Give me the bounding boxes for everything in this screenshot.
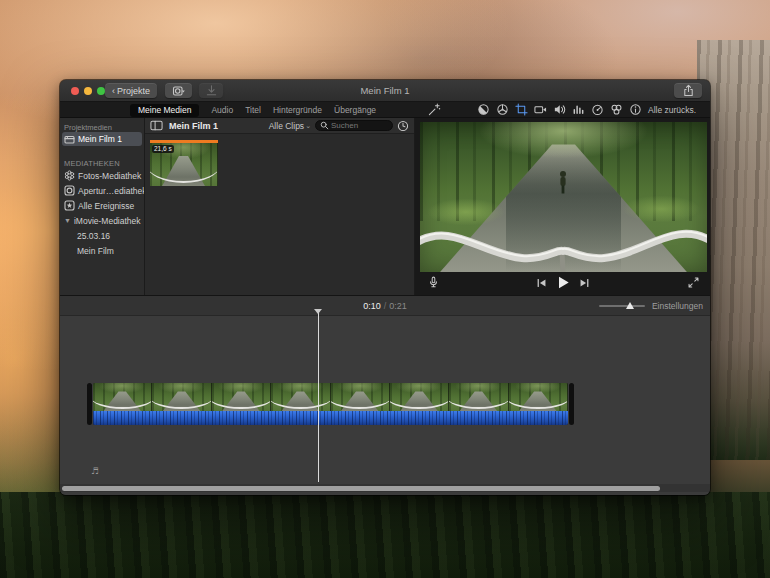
imovie-window: Mein Film 1 ‹ Projekte Meine Medien Audi… xyxy=(60,80,710,495)
sidebar-item-all-events[interactable]: Alle Ereignisse xyxy=(60,198,144,213)
clips-filter-dropdown[interactable]: Alle Clips ⌄ xyxy=(269,121,311,131)
title-bar[interactable]: Mein Film 1 ‹ Projekte xyxy=(60,80,710,102)
minimize-button[interactable] xyxy=(84,87,92,95)
sidebar-item-label: 25.03.16 xyxy=(77,231,110,241)
video-preview[interactable] xyxy=(420,122,707,272)
browser-controls: Alle Clips ⌄ xyxy=(269,120,409,132)
timeline[interactable]: ♬ xyxy=(60,316,710,495)
color-correction-icon[interactable] xyxy=(496,103,509,116)
settings-button[interactable]: Einstellungen xyxy=(652,301,703,311)
libraries-sidebar: Projektmedien Mein Film 1 MEDIATHEKEN Fo… xyxy=(60,118,145,295)
speed-icon[interactable] xyxy=(591,103,604,116)
color-balance-icon[interactable] xyxy=(477,103,490,116)
media-tabs: Meine Medien Audio Titel Hintergründe Üb… xyxy=(130,102,376,118)
share-button[interactable] xyxy=(674,83,702,98)
tab-hintergruende[interactable]: Hintergründe xyxy=(273,105,322,115)
info-icon[interactable] xyxy=(629,103,642,116)
playhead[interactable] xyxy=(318,310,319,482)
viewer-adjust-toolbar xyxy=(477,103,642,116)
import-media-button[interactable] xyxy=(165,83,192,98)
enhance-wand-icon[interactable] xyxy=(428,103,441,116)
clip-filter-icon[interactable] xyxy=(610,103,623,116)
tab-audio[interactable]: Audio xyxy=(211,105,233,115)
search-input[interactable] xyxy=(331,121,388,130)
clip-browser: Mein Film 1 Alle Clips ⌄ xyxy=(145,118,415,295)
disclosure-triangle-icon[interactable]: ▼ xyxy=(64,217,71,224)
search-icon xyxy=(320,121,329,130)
back-chevron-icon: ‹ xyxy=(112,86,115,96)
reset-all-button[interactable]: Alle zurücks. xyxy=(648,102,696,118)
sidebar-item-aperture[interactable]: Apertur…ediathek xyxy=(60,183,144,198)
import-media-icon xyxy=(172,84,186,98)
transport-controls xyxy=(535,275,590,290)
browser-title: Mein Film 1 xyxy=(169,121,218,131)
tab-meine-medien[interactable]: Meine Medien xyxy=(130,104,199,117)
zoom-slider-thumb[interactable] xyxy=(626,302,634,309)
timeline-toolbar-right: Einstellungen xyxy=(599,296,703,315)
zoom-slider[interactable] xyxy=(599,301,645,311)
crop-icon[interactable] xyxy=(515,103,528,116)
filmstrip-frame xyxy=(331,383,390,411)
upper-panes: Projektmedien Mein Film 1 MEDIATHEKEN Fo… xyxy=(60,118,710,296)
voiceover-mic-icon[interactable] xyxy=(427,276,440,289)
sidebar-item-event-date[interactable]: 25.03.16 xyxy=(60,228,144,243)
import-arrow-icon xyxy=(205,84,218,97)
sidebar-item-imovie-library[interactable]: ▼ iMovie-Mediathek xyxy=(60,213,144,228)
filmstrip-frame xyxy=(152,383,211,411)
total-time: 0:21 xyxy=(389,301,407,311)
used-in-project-indicator xyxy=(150,140,218,143)
video-handlebar xyxy=(420,122,707,272)
skip-back-icon[interactable] xyxy=(535,277,547,289)
search-field[interactable] xyxy=(315,120,393,131)
projects-button[interactable]: ‹ Projekte xyxy=(105,83,157,98)
zoom-button[interactable] xyxy=(97,87,105,95)
tab-uebergaenge[interactable]: Übergänge xyxy=(334,105,376,115)
noise-reduction-icon[interactable] xyxy=(572,103,585,116)
sidebar-toggle-icon[interactable] xyxy=(150,119,163,132)
sidebar-item-label: Mein Film 1 xyxy=(78,134,122,144)
sidebar-item-project[interactable]: Mein Film 1 xyxy=(62,132,142,146)
filmstrip-frame xyxy=(509,383,568,411)
sidebar-item-label: Alle Ereignisse xyxy=(78,201,134,211)
fullscreen-icon[interactable] xyxy=(687,276,700,289)
sidebar-item-label: Fotos-Mediathek xyxy=(78,171,141,181)
clip-trim-handle-right[interactable] xyxy=(569,383,574,425)
search-filter-button[interactable] xyxy=(397,120,409,132)
volume-icon[interactable] xyxy=(553,103,566,116)
chevron-down-icon: ⌄ xyxy=(305,122,311,130)
star-icon xyxy=(64,200,75,211)
stabilization-icon[interactable] xyxy=(534,103,547,116)
filmstrip-frame xyxy=(390,383,449,411)
play-icon[interactable] xyxy=(555,275,570,290)
tab-titel[interactable]: Titel xyxy=(245,105,261,115)
window-title: Mein Film 1 xyxy=(60,80,710,101)
music-note-icon: ♬ xyxy=(91,466,99,476)
sidebar-item-event-film[interactable]: Mein Film xyxy=(60,243,144,258)
filmstrip-frame xyxy=(212,383,271,411)
viewer-pane xyxy=(415,118,710,295)
import-button[interactable] xyxy=(199,83,223,98)
share-icon xyxy=(682,84,695,97)
wallpaper-forest xyxy=(0,492,770,578)
browser-header: Mein Film 1 Alle Clips ⌄ xyxy=(145,118,414,134)
photos-icon xyxy=(64,170,75,181)
aperture-icon xyxy=(64,185,75,196)
clip-duration-badge: 21,6 s xyxy=(152,145,174,153)
filmstrip-frame xyxy=(93,383,152,411)
current-time: 0:10 xyxy=(363,301,381,311)
time-separator: / xyxy=(384,301,387,311)
libraries-section-header: MEDIATHEKEN xyxy=(60,158,144,168)
clips-filter-label: Alle Clips xyxy=(269,121,304,131)
audio-waveform xyxy=(93,411,568,425)
desktop: Mein Film 1 ‹ Projekte Meine Medien Audi… xyxy=(0,0,770,578)
close-button[interactable] xyxy=(71,87,79,95)
timeline-scrollbar-thumb[interactable] xyxy=(62,486,660,491)
clip-trim-handle-left[interactable] xyxy=(87,383,92,425)
timeline-toolbar: 0:10 / 0:21 Einstellungen xyxy=(60,296,710,316)
timeline-clip[interactable] xyxy=(93,383,568,425)
clip-filmstrip xyxy=(93,383,568,411)
sidebar-item-photos[interactable]: Fotos-Mediathek xyxy=(60,168,144,183)
skip-forward-icon[interactable] xyxy=(578,277,590,289)
toolbar-band: Meine Medien Audio Titel Hintergründe Üb… xyxy=(60,102,710,118)
browser-clip-thumbnail[interactable]: 21,6 s xyxy=(150,140,218,186)
